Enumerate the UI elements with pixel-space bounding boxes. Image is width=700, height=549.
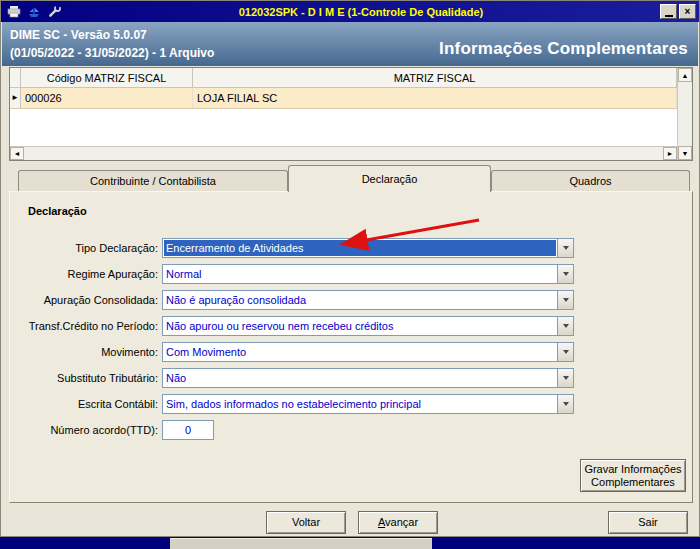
dropdown-arrow-icon[interactable] — [557, 265, 573, 283]
column-header-codigo[interactable]: Código MATRIZ FISCAL — [21, 68, 193, 87]
dropdown-arrow-icon[interactable] — [557, 239, 573, 257]
header-banner: DIME SC - Versão 5.0.07 (01/05/2022 - 31… — [2, 22, 698, 66]
field-row-regime-apuracao: Regime Apuração: Normal — [10, 264, 692, 284]
apuracao-consolidada-select[interactable]: Não é apuração consolidada — [162, 290, 574, 310]
cell-matriz: LOJA FILIAL SC — [193, 88, 677, 108]
scroll-left-icon[interactable]: ◄ — [10, 147, 24, 160]
tipo-declaracao-value: Encerramento de Atividades — [164, 240, 556, 256]
field-row-apuracao-consolidada: Apuração Consolidada: Não é apuração con… — [10, 290, 692, 310]
transf-credito-value: Não apurou ou reservou nem recebeu crédi… — [163, 317, 557, 335]
dropdown-arrow-icon[interactable] — [557, 343, 573, 361]
label-transf-credito: Transf.Crédito no Período: — [10, 320, 158, 332]
dropdown-arrow-icon[interactable] — [557, 291, 573, 309]
dropdown-arrow-icon[interactable] — [557, 395, 573, 413]
minimize-button[interactable] — [660, 4, 677, 19]
grid-header-row: Código MATRIZ FISCAL MATRIZ FISCAL — [10, 68, 677, 88]
declaracao-panel: Declaração Tipo Declaração: Encerramento… — [9, 191, 693, 503]
grid-corner-cell — [10, 68, 21, 87]
row-header-cell: ► — [10, 88, 21, 108]
tab-quadros[interactable]: Quadros — [491, 170, 690, 191]
tab-declaracao[interactable]: Declaração — [288, 165, 491, 192]
apuracao-consolidada-value: Não é apuração consolidada — [163, 291, 557, 309]
sair-button[interactable]: Sair — [608, 511, 688, 534]
field-row-transf-credito: Transf.Crédito no Período: Não apurou ou… — [10, 316, 692, 336]
sair-button-label: Sair — [609, 516, 687, 529]
transf-credito-select[interactable]: Não apurou ou reservou nem recebeu crédi… — [162, 316, 574, 336]
substituto-tributario-select[interactable]: Não — [162, 368, 574, 388]
minimize-icon — [665, 15, 673, 17]
field-row-movimento: Movimento: Com Movimento — [10, 342, 692, 362]
period-text: (01/05/2022 - 31/05/2022) - 1 Arquivo — [10, 44, 214, 62]
column-header-matriz[interactable]: MATRIZ FISCAL — [193, 68, 677, 87]
tab-strip: Contribuinte / Contabilista Declaração Q… — [9, 165, 693, 191]
regime-apuracao-select[interactable]: Normal — [162, 264, 574, 284]
titlebar-icons — [4, 4, 62, 19]
grid-body: Código MATRIZ FISCAL MATRIZ FISCAL ► 000… — [10, 68, 677, 146]
label-substituto-tributario: Substituto Tributário: — [10, 372, 158, 384]
tipo-declaracao-select[interactable]: Encerramento de Atividades — [162, 238, 574, 258]
vertical-scroll-track[interactable] — [678, 82, 692, 146]
section-title: Informações Complementares — [439, 39, 688, 59]
horizontal-scroll-track[interactable] — [24, 147, 663, 160]
app-logo-ship-icon[interactable] — [26, 4, 42, 19]
field-row-numero-acordo: Número acordo(TTD): — [10, 420, 692, 440]
voltar-button-label: Voltar — [267, 516, 345, 529]
scroll-right-icon[interactable]: ► — [663, 147, 677, 160]
window-title: 012032SPK - D I M E (1-Controle De Quali… — [62, 6, 660, 18]
field-row-tipo-declaracao: Tipo Declaração: Encerramento de Ativida… — [10, 238, 692, 258]
app-window: 012032SPK - D I M E (1-Controle De Quali… — [0, 0, 700, 537]
grid-vertical-scrollbar[interactable]: ▲ ▼ — [677, 68, 692, 160]
grid-horizontal-scrollbar[interactable]: ◄ ► — [10, 146, 677, 160]
label-escrita-contabil: Escrita Contábil: — [10, 398, 158, 410]
dropdown-arrow-icon[interactable] — [557, 369, 573, 387]
background-window-fragment — [170, 538, 432, 549]
substituto-tributario-value: Não — [163, 369, 557, 387]
movimento-select[interactable]: Com Movimento — [162, 342, 574, 362]
regime-apuracao-value: Normal — [163, 265, 557, 283]
printer-icon[interactable] — [6, 4, 22, 19]
avancar-button[interactable]: Avançar — [358, 511, 438, 534]
header-left: DIME SC - Versão 5.0.07 (01/05/2022 - 31… — [10, 26, 214, 62]
current-row-indicator-icon: ► — [11, 94, 19, 102]
label-movimento: Movimento: — [10, 346, 158, 358]
app-version-text: DIME SC - Versão 5.0.07 — [10, 26, 214, 44]
scroll-down-icon[interactable]: ▼ — [678, 146, 692, 160]
wrench-icon[interactable] — [46, 4, 62, 19]
grid-row[interactable]: ► 000026 LOJA FILIAL SC — [10, 88, 677, 109]
avancar-button-label: Avançar — [359, 516, 437, 529]
label-apuracao-consolidada: Apuração Consolidada: — [10, 294, 158, 306]
label-tipo-declaracao: Tipo Declaração: — [10, 242, 158, 254]
matriz-fiscal-grid: Código MATRIZ FISCAL MATRIZ FISCAL ► 000… — [9, 67, 693, 161]
screen: 012032SPK - D I M E (1-Controle De Quali… — [0, 0, 700, 549]
gravar-informacoes-button[interactable]: Gravar Informações Complementares — [580, 459, 686, 492]
escrita-contabil-value: Sim, dados informados no estabelecimento… — [163, 395, 557, 413]
field-row-escrita-contabil: Escrita Contábil: Sim, dados informados … — [10, 394, 692, 414]
label-regime-apuracao: Regime Apuração: — [10, 268, 158, 280]
cell-codigo: 000026 — [21, 88, 193, 108]
group-title: Declaração — [28, 205, 87, 217]
dropdown-arrow-icon[interactable] — [557, 317, 573, 335]
label-numero-acordo: Número acordo(TTD): — [10, 424, 158, 436]
field-row-substituto-tributario: Substituto Tributário: Não — [10, 368, 692, 388]
tab-contribuinte-contabilista[interactable]: Contribuinte / Contabilista — [18, 170, 288, 191]
title-bar: 012032SPK - D I M E (1-Controle De Quali… — [1, 1, 699, 22]
movimento-value: Com Movimento — [163, 343, 557, 361]
voltar-button[interactable]: Voltar — [266, 511, 346, 534]
gravar-button-label: Gravar Informações Complementares — [583, 463, 683, 489]
window-controls: × — [660, 4, 696, 19]
escrita-contabil-select[interactable]: Sim, dados informados no estabelecimento… — [162, 394, 574, 414]
scroll-up-icon[interactable]: ▲ — [678, 68, 692, 82]
numero-acordo-input[interactable] — [162, 420, 214, 440]
close-button[interactable]: × — [679, 4, 696, 19]
background-window-strip — [0, 537, 700, 549]
